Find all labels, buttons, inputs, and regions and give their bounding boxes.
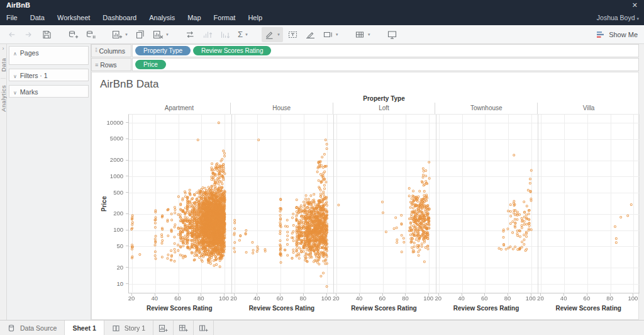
tab-analytics[interactable]: Analytics [0,80,7,117]
sort-descending-button [218,27,233,42]
user-name: Joshua Boyd [597,14,635,21]
text-label-icon [287,30,298,40]
menubar: FileDataWorksheetDashboardAnalysisMapFor… [0,11,644,25]
column-field-label[interactable]: Property Type [128,95,640,102]
x-axis-title[interactable]: Review Scores Rating [333,305,435,312]
panel-headers-row: ApartmentHouseLoftTownhouseVilla [128,103,640,114]
menu-analysis[interactable]: Analysis [143,11,181,25]
swap-axes-button[interactable] [182,27,198,42]
pill-property-type[interactable]: Property Type [135,46,191,55]
chevron-down-icon: ▼ [125,33,128,37]
redo-button [21,27,37,42]
user-menu[interactable]: Joshua Boyd ▾ [597,11,639,26]
rows-icon: ≡ [95,62,97,68]
x-axis-title[interactable]: Review Scores Rating [537,305,640,312]
sort-ascending-button [200,27,216,42]
edit-axis-button[interactable] [303,27,318,42]
panel-header-villa[interactable]: Villa [537,103,640,114]
new-worksheet-button[interactable]: ▼ [109,27,131,42]
pill-price[interactable]: Price [135,60,166,69]
save-icon [42,30,52,40]
card-filters[interactable]: ∨Filters · 1 [9,69,89,81]
close-icon[interactable]: ✕ [632,1,638,9]
tab-label: Story 1 [125,324,145,332]
undo-icon [6,30,17,40]
fit-button[interactable]: ▼ [320,27,341,42]
y-tick-mark [126,283,128,284]
columns-shelf-text: Columns [99,47,125,55]
columns-shelf-box[interactable]: Property TypeReview Scores Rating [132,44,639,57]
new-dashboard-button[interactable] [174,321,194,335]
menu-worksheet[interactable]: Worksheet [51,11,96,25]
x-axis-title[interactable]: Review Scores Rating [128,305,231,312]
presentation-mode-button[interactable] [384,27,400,42]
tab-story-1[interactable]: Story 1 [104,321,153,335]
x-tick-mark [633,293,633,296]
x-axis-title[interactable]: Review Scores Rating [231,305,333,312]
menu-data[interactable]: Data [24,11,51,25]
columns-shelf: ⫶⫶ Columns Property TypeReview Scores Ra… [91,44,639,57]
x-tick-mark [201,293,201,296]
x-axis-titles-row: Review Scores RatingReview Scores Rating… [128,305,640,312]
menu-help[interactable]: Help [242,11,269,25]
chevron-down-icon: ▼ [367,33,371,37]
pill-review-scores-rating[interactable]: Review Scores Rating [193,46,271,55]
worksheet-view: AirBnB Data Property Type ApartmentHouse… [91,72,639,320]
y-tick-mark [126,213,128,214]
menu-dashboard[interactable]: Dashboard [96,11,143,25]
fit-icon [323,30,333,40]
presentation-mode-icon [387,30,397,40]
cell-size-button[interactable]: ▼ [352,27,374,42]
new-datasource-button[interactable] [65,27,81,42]
menu-format[interactable]: Format [208,11,242,25]
chevron-down-icon: ▾ [636,16,639,21]
tab-sheet-1[interactable]: Sheet 1 [64,321,104,335]
duplicate-sheet-button[interactable] [133,27,148,42]
show-me-button[interactable]: Show Me [596,25,638,43]
y-tick-mark [126,176,128,176]
tab-data-source[interactable]: Data Source [0,321,65,335]
new-worksheet-icon [112,30,123,40]
chevron-icon[interactable]: ∧ [13,51,17,57]
x-tick-mark [280,293,280,296]
sheet-title[interactable]: AirBnB Data [100,78,159,91]
card-marks[interactable]: ∨Marks [9,85,89,98]
x-tick-mark [234,293,235,296]
y-tick-mark [126,230,128,230]
swap-axes-icon [185,30,196,40]
x-tick-mark [405,293,406,296]
panel-header-apartment[interactable]: Apartment [128,103,230,114]
panel-header-house[interactable]: House [230,103,333,114]
panel-header-townhouse[interactable]: Townhouse [435,103,537,114]
menu-map[interactable]: Map [181,11,207,25]
y-tick-mark [126,267,128,268]
y-tick-mark [126,160,128,161]
expand-pane-icon[interactable]: › [0,44,6,53]
scatter-plot-canvas[interactable] [129,115,640,294]
save-button[interactable] [39,27,55,42]
pause-updates-button[interactable] [83,27,99,42]
rows-shelf-box[interactable]: Price [132,58,639,71]
highlight-button[interactable]: ▼ [262,27,283,42]
menu-file[interactable]: File [0,11,24,25]
x-tick-mark [382,293,383,296]
chevron-down-icon: ▼ [335,33,339,37]
panel-header-loft[interactable]: Loft [333,103,435,114]
clear-sheet-button[interactable]: ▼ [150,27,172,42]
new-worksheet-button[interactable] [153,321,174,335]
redo-icon [24,30,35,40]
x-tick-mark [178,293,179,296]
new-story-button[interactable] [194,321,214,335]
y-tick-mark [126,246,128,246]
x-axis-title[interactable]: Review Scores Rating [435,305,538,312]
rail-divider [1,78,6,79]
totals-button[interactable]: Σ▼ [235,27,251,42]
chevron-icon[interactable]: ∨ [13,90,17,96]
undo-button [4,27,19,42]
edit-axis-icon [305,30,316,40]
card-pages[interactable]: ∧Pages [9,46,89,65]
text-label-button[interactable] [285,27,301,42]
x-tick-mark [540,293,541,296]
tab-data[interactable]: Data [0,53,7,77]
chevron-icon[interactable]: ∨ [13,74,17,79]
